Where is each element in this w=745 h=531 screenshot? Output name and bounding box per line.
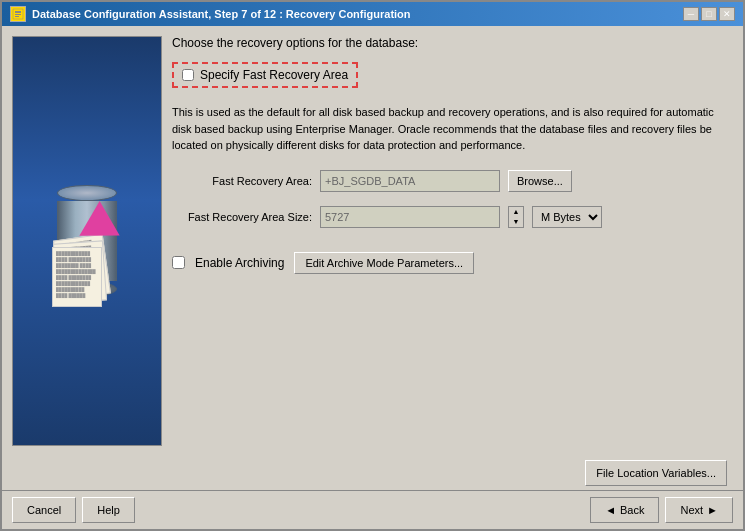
svg-rect-3 [15, 16, 19, 17]
app-icon [10, 6, 26, 22]
fast-recovery-size-input[interactable] [320, 206, 500, 228]
left-panel: ████████████████ ████████████████ ██████… [12, 36, 162, 446]
title-bar: Database Configuration Assistant, Step 7… [2, 2, 743, 26]
bottom-bar: Cancel Help ◄ Back Next ► [2, 490, 743, 529]
browse-button[interactable]: Browse... [508, 170, 572, 192]
back-button-label: Back [620, 504, 644, 516]
fast-recovery-size-row: Fast Recovery Area Size: ▲ ▼ M Bytes G B… [172, 206, 733, 228]
next-arrow-icon: ► [707, 504, 718, 516]
fast-recovery-area-input[interactable] [320, 170, 500, 192]
fast-recovery-checkbox-container[interactable]: Specify Fast Recovery Area [172, 62, 358, 88]
title-bar-left: Database Configuration Assistant, Step 7… [10, 6, 411, 22]
cancel-button[interactable]: Cancel [12, 497, 76, 523]
archive-row: Enable Archiving Edit Archive Mode Param… [172, 252, 733, 274]
fast-recovery-area-label: Fast Recovery Area: [172, 175, 312, 187]
db-illustration: ████████████████ ████████████████ ██████… [57, 185, 117, 297]
svg-rect-1 [15, 11, 21, 13]
bottom-right-buttons: ◄ Back Next ► [590, 497, 733, 523]
window-title: Database Configuration Assistant, Step 7… [32, 8, 411, 20]
fast-recovery-area-row: Fast Recovery Area: Browse... [172, 170, 733, 192]
content-area: ████████████████ ████████████████ ██████… [2, 26, 743, 456]
edit-archive-button[interactable]: Edit Archive Mode Parameters... [294, 252, 474, 274]
file-location-area: File Location Variables... [2, 456, 743, 490]
units-select[interactable]: M Bytes G Bytes [532, 206, 602, 228]
back-arrow-icon: ◄ [605, 504, 616, 516]
main-window: Database Configuration Assistant, Step 7… [0, 0, 745, 531]
spinner-control: ▲ ▼ [508, 206, 524, 228]
paper-3: ████████████████ ████████████████ ██████… [52, 247, 102, 307]
back-button[interactable]: ◄ Back [590, 497, 659, 523]
spinner-down[interactable]: ▼ [509, 217, 523, 227]
maximize-button[interactable]: □ [701, 7, 717, 21]
cylinder-top [57, 185, 117, 201]
spinner-up[interactable]: ▲ [509, 207, 523, 217]
question-label: Choose the recovery options for the data… [172, 36, 733, 50]
enable-archiving-checkbox[interactable] [172, 256, 185, 269]
fast-recovery-checkbox-label[interactable]: Specify Fast Recovery Area [200, 68, 348, 82]
fast-recovery-checkbox[interactable] [182, 69, 194, 81]
enable-archiving-label[interactable]: Enable Archiving [195, 256, 284, 270]
size-spinner: ▲ ▼ [508, 206, 524, 228]
next-button[interactable]: Next ► [665, 497, 733, 523]
title-buttons: ─ □ ✕ [683, 7, 735, 21]
svg-rect-2 [15, 14, 21, 15]
file-location-button[interactable]: File Location Variables... [585, 460, 727, 486]
bottom-left-buttons: Cancel Help [12, 497, 135, 523]
fast-recovery-size-label: Fast Recovery Area Size: [172, 211, 312, 223]
minimize-button[interactable]: ─ [683, 7, 699, 21]
close-button[interactable]: ✕ [719, 7, 735, 21]
next-button-label: Next [680, 504, 703, 516]
description-text: This is used as the default for all disk… [172, 104, 733, 154]
right-panel: Choose the recovery options for the data… [172, 36, 733, 446]
help-button[interactable]: Help [82, 497, 135, 523]
